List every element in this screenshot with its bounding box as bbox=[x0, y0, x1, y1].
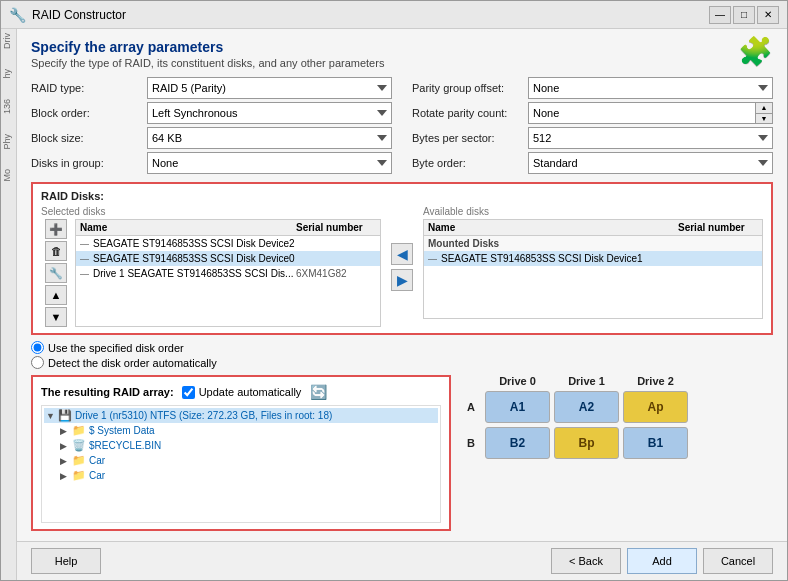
tree-arrow-car1: ▶ bbox=[60, 456, 72, 466]
transfer-buttons: ◀ ▶ bbox=[389, 206, 415, 327]
param-label-byte-order: Byte order: bbox=[412, 157, 522, 169]
param-select-block-order[interactable]: Left Synchronous bbox=[147, 102, 392, 124]
available-disk-icon-0: — bbox=[428, 254, 437, 264]
param-select-byte-order[interactable]: Standard bbox=[528, 152, 773, 174]
tree-text-sysdata: $ System Data bbox=[89, 425, 155, 436]
cancel-button[interactable]: Cancel bbox=[703, 548, 773, 574]
param-label-parity-offset: Parity group offset: bbox=[412, 82, 522, 94]
page-header: Specify the array parameters Specify the… bbox=[31, 39, 773, 77]
transfer-left-button[interactable]: ◀ bbox=[391, 243, 413, 265]
param-block-order: Block order: Left Synchronous bbox=[31, 102, 392, 124]
radio-input-auto[interactable] bbox=[31, 356, 44, 369]
tree-text-car2: Car bbox=[89, 470, 105, 481]
minimize-button[interactable]: — bbox=[709, 6, 731, 24]
disk-serial-2: 6XM41G82 bbox=[296, 268, 376, 279]
sidebar-label-4: Phy bbox=[2, 134, 15, 150]
window-controls: — □ ✕ bbox=[709, 6, 779, 24]
param-label-block-order: Block order: bbox=[31, 107, 141, 119]
help-button[interactable]: Help bbox=[31, 548, 101, 574]
tree-item-sysdata[interactable]: ▶ 📁 $ System Data bbox=[44, 423, 438, 438]
matrix-row-label-a: A bbox=[461, 401, 481, 413]
radio-label-specified: Use the specified disk order bbox=[48, 342, 184, 354]
rotate-parity-input[interactable] bbox=[528, 102, 755, 124]
selected-disk-item-1[interactable]: — SEAGATE ST9146853SS SCSI Disk Device0 bbox=[76, 251, 380, 266]
disk-name-1: SEAGATE ST9146853SS SCSI Disk Device0 bbox=[93, 253, 296, 264]
spin-down-button[interactable]: ▼ bbox=[756, 114, 772, 124]
available-disk-item-0[interactable]: — SEAGATE ST9146853SS SCSI Disk Device1 bbox=[424, 251, 762, 266]
selected-disk-item-0[interactable]: — SEAGATE ST9146853SS SCSI Disk Device2 bbox=[76, 236, 380, 251]
raid-result-label: The resulting RAID array: bbox=[41, 386, 174, 398]
param-select-bytes-per-sector[interactable]: 512 bbox=[528, 127, 773, 149]
selected-disk-item-2[interactable]: — Drive 1 SEAGATE ST9146853SS SCSI Dis..… bbox=[76, 266, 380, 281]
sidebar-label-3: 136 bbox=[2, 99, 15, 114]
raid-result-header: The resulting RAID array: Update automat… bbox=[41, 383, 441, 401]
tree-icon-car2: 📁 bbox=[72, 469, 86, 482]
radio-auto-order[interactable]: Detect the disk order automatically bbox=[31, 356, 773, 369]
available-disk-list: Name Serial number Mounted Disks — SEAGA… bbox=[423, 219, 763, 319]
matrix-row-a: A A1 A2 Ap bbox=[461, 391, 773, 423]
param-bytes-per-sector: Bytes per sector: 512 bbox=[412, 127, 773, 149]
disks-section: RAID Disks: Selected disks ➕ 🗑 🔧 bbox=[31, 182, 773, 335]
tree-arrow-car2: ▶ bbox=[60, 471, 72, 481]
spin-buttons: ▲ ▼ bbox=[755, 102, 773, 124]
tree-item-root[interactable]: ▼ 💾 Drive 1 (nr5310) NTFS (Size: 272.23 … bbox=[44, 408, 438, 423]
col-header-name-available: Name bbox=[428, 222, 678, 233]
available-disks-panel: Available disks Name Serial number Mount… bbox=[423, 206, 763, 327]
content-area: Specify the array parameters Specify the… bbox=[17, 29, 787, 541]
param-label-block-size: Block size: bbox=[31, 132, 141, 144]
radio-specified-order[interactable]: Use the specified disk order bbox=[31, 341, 773, 354]
matrix-col-0: Drive 0 bbox=[485, 375, 550, 387]
move-up-button[interactable]: ▲ bbox=[45, 285, 67, 305]
param-select-block-size[interactable]: 64 KB bbox=[147, 127, 392, 149]
matrix-cell-b0: B2 bbox=[485, 427, 550, 459]
disk-icon-1: — bbox=[80, 254, 89, 264]
tree-item-car2[interactable]: ▶ 📁 Car bbox=[44, 468, 438, 483]
raid-result-panel: The resulting RAID array: Update automat… bbox=[31, 375, 451, 531]
disk-name-0: SEAGATE ST9146853SS SCSI Disk Device2 bbox=[93, 238, 296, 249]
param-select-parity-offset[interactable]: None bbox=[528, 77, 773, 99]
param-parity-offset: Parity group offset: None bbox=[412, 77, 773, 99]
update-auto-row: Update automatically bbox=[182, 386, 302, 399]
param-label-disks-in-group: Disks in group: bbox=[31, 157, 141, 169]
refresh-button[interactable]: 🔄 bbox=[309, 383, 327, 401]
param-select-disks-in-group[interactable]: None bbox=[147, 152, 392, 174]
disk-order-section: Use the specified disk order Detect the … bbox=[31, 341, 773, 369]
radio-input-specified[interactable] bbox=[31, 341, 44, 354]
sidebar-label-5: Mo bbox=[2, 169, 15, 182]
tree-text-root: Drive 1 (nr5310) NTFS (Size: 272.23 GB, … bbox=[75, 410, 332, 421]
spin-up-button[interactable]: ▲ bbox=[756, 103, 772, 114]
back-button[interactable]: < Back bbox=[551, 548, 621, 574]
params-grid: RAID type: RAID 5 (Parity) Block order: … bbox=[31, 77, 773, 174]
rotate-parity-spin: ▲ ▼ bbox=[528, 102, 773, 124]
page-title: Specify the array parameters bbox=[31, 39, 384, 55]
window-body: Driv hy 136 Phy Mo Specify the array par… bbox=[1, 29, 787, 580]
col-header-name-selected: Name bbox=[80, 222, 296, 233]
move-down-button[interactable]: ▼ bbox=[45, 307, 67, 327]
selected-disk-list: Name Serial number — SEAGATE ST9146853SS… bbox=[75, 219, 381, 327]
titlebar: 🔧 RAID Constructor — □ ✕ bbox=[1, 1, 787, 29]
param-select-raid-type[interactable]: RAID 5 (Parity) bbox=[147, 77, 392, 99]
disk-properties-button[interactable]: 🔧 bbox=[45, 263, 67, 283]
add-button[interactable]: Add bbox=[627, 548, 697, 574]
page-subtitle: Specify the type of RAID, its constituen… bbox=[31, 57, 384, 69]
matrix-col-2: Drive 2 bbox=[623, 375, 688, 387]
transfer-right-button[interactable]: ▶ bbox=[391, 269, 413, 291]
disk-list-header-selected: Name Serial number bbox=[76, 220, 380, 236]
tree-item-recycle[interactable]: ▶ 🗑️ $RECYCLE.BIN bbox=[44, 438, 438, 453]
disk-icon-2: — bbox=[80, 269, 89, 279]
tree-icon-recycle: 🗑️ bbox=[72, 439, 86, 452]
close-button[interactable]: ✕ bbox=[757, 6, 779, 24]
update-auto-checkbox[interactable] bbox=[182, 386, 195, 399]
delete-disk-button[interactable]: 🗑 bbox=[45, 241, 67, 261]
selected-disks-panel: Selected disks ➕ 🗑 🔧 ▲ ▼ bbox=[41, 206, 381, 327]
disk-icon-0: — bbox=[80, 239, 89, 249]
available-disk-name-0: SEAGATE ST9146853SS SCSI Disk Device1 bbox=[441, 253, 678, 264]
main-content: Specify the array parameters Specify the… bbox=[17, 29, 787, 580]
disks-content: Selected disks ➕ 🗑 🔧 ▲ ▼ bbox=[41, 206, 763, 327]
footer-right-buttons: < Back Add Cancel bbox=[551, 548, 773, 574]
add-disk-button[interactable]: ➕ bbox=[45, 219, 67, 239]
tree-item-car1[interactable]: ▶ 📁 Car bbox=[44, 453, 438, 468]
param-disks-in-group: Disks in group: None bbox=[31, 152, 392, 174]
maximize-button[interactable]: □ bbox=[733, 6, 755, 24]
matrix-cell-a0: A1 bbox=[485, 391, 550, 423]
